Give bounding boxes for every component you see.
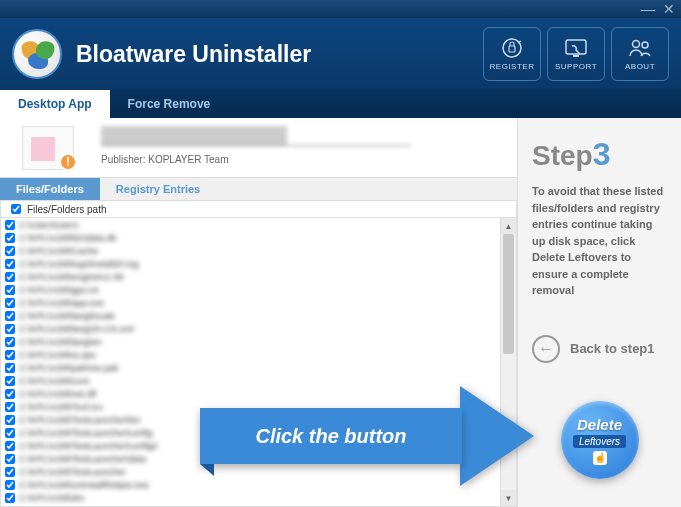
file-checkbox[interactable] bbox=[5, 324, 15, 334]
file-checkbox[interactable] bbox=[5, 259, 15, 269]
file-row[interactable]: C:\KPL\v189\lang\en bbox=[1, 335, 516, 348]
file-path: C:\KPL\v189\TestLauncher\config2 bbox=[19, 441, 158, 451]
file-row[interactable]: C:\KPL\v189\gpu.ini bbox=[1, 283, 516, 296]
about-label: ABOUT bbox=[625, 62, 655, 71]
list-column-header: Files/Folders path bbox=[0, 200, 517, 218]
file-path: C:\KPL\v189\uninstall\helper.exe bbox=[19, 480, 149, 490]
app-title: Bloatware Uninstaller bbox=[76, 41, 483, 68]
scroll-down-button[interactable]: ▼ bbox=[501, 490, 516, 506]
file-row[interactable]: C:\KPL\v189\Tool.ico bbox=[1, 400, 516, 413]
file-row[interactable]: C:\KPL\v189\TestLauncher\data bbox=[1, 452, 516, 465]
svg-rect-3 bbox=[573, 55, 579, 57]
register-button[interactable]: REGISTER bbox=[483, 27, 541, 81]
file-checkbox[interactable] bbox=[5, 298, 15, 308]
file-row[interactable]: C:\KPL\v189\TestLauncher\config2 bbox=[1, 439, 516, 452]
step-title: Step3 bbox=[532, 136, 667, 173]
file-row[interactable]: C:\KPL\v189\pak\res.pak bbox=[1, 361, 516, 374]
file-path: C:\KPL\v189\lang\en bbox=[19, 337, 102, 347]
file-checkbox[interactable] bbox=[5, 363, 15, 373]
file-row[interactable]: C:\KPL\v189\lang\locale bbox=[1, 309, 516, 322]
lock-icon bbox=[499, 37, 525, 59]
arrow-left-icon: ← bbox=[532, 335, 560, 363]
file-row[interactable]: C:\KPL\v189\TestLauncher\config bbox=[1, 426, 516, 439]
app-icon-container: ! bbox=[0, 118, 95, 177]
sub-tabs: Files/Folders Registry Entries bbox=[0, 178, 517, 200]
file-row[interactable]: C:\KPL\v189\app.exe bbox=[1, 296, 516, 309]
file-checkbox[interactable] bbox=[5, 285, 15, 295]
svg-point-5 bbox=[642, 42, 648, 48]
back-to-step1-link[interactable]: ← Back to step1 bbox=[532, 335, 667, 363]
file-checkbox[interactable] bbox=[5, 467, 15, 477]
file-path: C:\KPL\v189\logs\install20.log bbox=[19, 259, 139, 269]
file-checkbox[interactable] bbox=[5, 428, 15, 438]
file-path: C:\KPL\v189\drv bbox=[19, 493, 85, 503]
warning-badge-icon: ! bbox=[59, 153, 77, 171]
select-all-checkbox[interactable] bbox=[11, 204, 21, 214]
file-checkbox[interactable] bbox=[5, 389, 15, 399]
scrollbar[interactable]: ▲ ▼ bbox=[500, 218, 516, 506]
publisher-line: Publisher: KOPLAYER Team bbox=[101, 154, 511, 165]
file-path: C:\KPL\v189\gpu.ini bbox=[19, 285, 99, 295]
file-path: C:\KPL\v189\Cache bbox=[19, 246, 98, 256]
file-checkbox[interactable] bbox=[5, 220, 15, 230]
file-row[interactable]: C:\KPL\v189\uninstall\helper.exe bbox=[1, 478, 516, 491]
close-button[interactable]: ✕ bbox=[663, 1, 675, 17]
file-row[interactable]: C:\KPL\v189\TestLauncher bbox=[1, 465, 516, 478]
scroll-thumb[interactable] bbox=[503, 234, 514, 354]
file-row[interactable]: C:\KPL\v189\logs\install20.log bbox=[1, 257, 516, 270]
file-checkbox[interactable] bbox=[5, 480, 15, 490]
delete-leftovers-button[interactable]: Delete Leftovers ☝ bbox=[561, 401, 639, 479]
delete-main-label: Delete bbox=[577, 416, 622, 433]
support-button[interactable]: SUPPORT bbox=[547, 27, 605, 81]
titlebar: — ✕ bbox=[0, 0, 681, 18]
file-path: C:\KPL\v189\TestLauncher\bin bbox=[19, 415, 141, 425]
file-checkbox[interactable] bbox=[5, 350, 15, 360]
scroll-up-button[interactable]: ▲ bbox=[501, 218, 516, 234]
subtab-files-folders[interactable]: Files/Folders bbox=[0, 178, 100, 200]
file-row[interactable]: C:\KPL\v189\core bbox=[1, 374, 516, 387]
file-row[interactable]: C:\KPL\v189\TestLauncher\bin bbox=[1, 413, 516, 426]
file-row[interactable]: C:\KPL\v189\bin\data.db bbox=[1, 231, 516, 244]
tab-desktop-app[interactable]: Desktop App bbox=[0, 90, 110, 118]
file-checkbox[interactable] bbox=[5, 402, 15, 412]
file-checkbox[interactable] bbox=[5, 272, 15, 282]
main-tabs: Desktop App Force Remove bbox=[0, 90, 681, 118]
step-description: To avoid that these listed files/folders… bbox=[532, 183, 667, 299]
subtab-registry[interactable]: Registry Entries bbox=[100, 178, 216, 200]
file-checkbox[interactable] bbox=[5, 337, 15, 347]
app-info: ! Publisher: KOPLAYER Team bbox=[0, 118, 517, 178]
file-path: C:\KPL\v189\lang\zh-CN.xml bbox=[19, 324, 134, 334]
app-name-blurred bbox=[101, 126, 411, 146]
file-path: C:\Users\user1 bbox=[19, 220, 79, 230]
minimize-button[interactable]: — bbox=[641, 1, 655, 17]
file-row[interactable]: C:\KPL\v189\net.dll bbox=[1, 387, 516, 400]
file-path: C:\KPL\v189\bin\data.db bbox=[19, 233, 117, 243]
about-button[interactable]: ABOUT bbox=[611, 27, 669, 81]
file-path: C:\KPL\v189\core bbox=[19, 376, 90, 386]
file-checkbox[interactable] bbox=[5, 441, 15, 451]
file-checkbox[interactable] bbox=[5, 415, 15, 425]
file-checkbox[interactable] bbox=[5, 311, 15, 321]
file-checkbox[interactable] bbox=[5, 246, 15, 256]
file-row[interactable]: C:\KPL\v189\engine\v1.89 bbox=[1, 270, 516, 283]
svg-rect-1 bbox=[509, 46, 515, 52]
file-row[interactable]: C:\KPL\v189\ui.qss bbox=[1, 348, 516, 361]
left-panel: ! Publisher: KOPLAYER Team Files/Folders… bbox=[0, 118, 517, 507]
file-row[interactable]: C:\KPL\v189\drv bbox=[1, 491, 516, 504]
tab-force-remove[interactable]: Force Remove bbox=[110, 90, 229, 118]
file-path: C:\KPL\v189\engine\v1.89 bbox=[19, 272, 124, 282]
file-checkbox[interactable] bbox=[5, 376, 15, 386]
file-checkbox[interactable] bbox=[5, 233, 15, 243]
file-checkbox[interactable] bbox=[5, 493, 15, 503]
file-row[interactable]: C:\Users\user1 bbox=[1, 218, 516, 231]
back-label: Back to step1 bbox=[570, 341, 655, 356]
file-path: C:\KPL\v189\lang\locale bbox=[19, 311, 115, 321]
file-path: C:\KPL\v189\TestLauncher bbox=[19, 467, 126, 477]
file-list[interactable]: C:\Users\user1C:\KPL\v189\bin\data.dbC:\… bbox=[0, 218, 517, 507]
file-checkbox[interactable] bbox=[5, 454, 15, 464]
file-path: C:\KPL\v189\app.exe bbox=[19, 298, 104, 308]
file-path: C:\KPL\v189\pak\res.pak bbox=[19, 363, 119, 373]
file-row[interactable]: C:\KPL\v189\Cache bbox=[1, 244, 516, 257]
file-row[interactable]: C:\KPL\v189\lang\zh-CN.xml bbox=[1, 322, 516, 335]
cursor-icon: ☝ bbox=[593, 451, 607, 465]
